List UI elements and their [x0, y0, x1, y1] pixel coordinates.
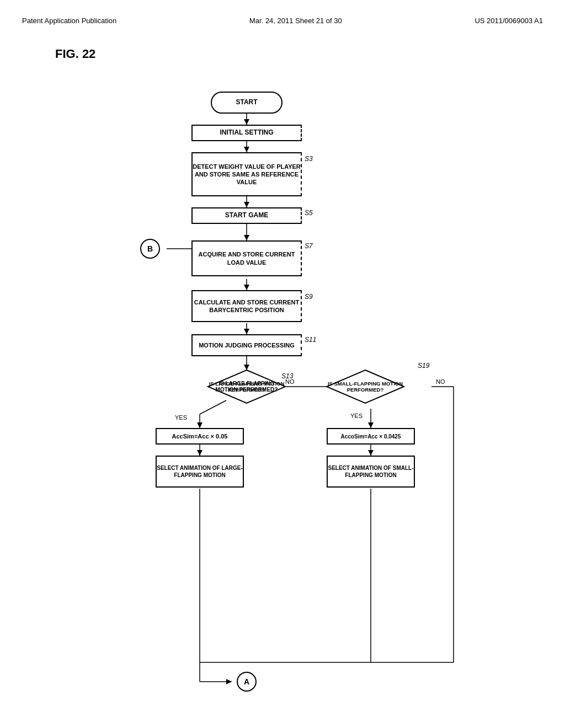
s13-yes-label: YES [175, 414, 187, 421]
svg-marker-11 [244, 329, 249, 334]
s1-node: INITIAL SETTING [191, 125, 302, 141]
s9-label: S9 [305, 293, 313, 301]
svg-marker-23 [226, 679, 232, 684]
s3-label: S3 [305, 155, 313, 163]
svg-marker-9 [244, 285, 249, 290]
flowchart: START S1 INITIAL SETTING S3 DETECT WEIGH… [89, 78, 476, 712]
s5-label: S5 [305, 209, 313, 217]
svg-marker-1 [244, 119, 249, 125]
b-circle: B [140, 239, 160, 259]
page-header: Patent Application Publication Mar. 24, … [22, 11, 543, 36]
svg-marker-13 [244, 365, 249, 370]
s17-node: SELECT ANIMATION OF LARGE-FLAPPING MOTIO… [156, 456, 244, 488]
svg-marker-5 [244, 202, 249, 207]
s11-node: MOTION JUDGING PROCESSING [191, 334, 302, 356]
header-center: Mar. 24, 2011 Sheet 21 of 30 [249, 17, 342, 25]
header-left: Patent Application Publication [22, 17, 116, 25]
page: Patent Application Publication Mar. 24, … [0, 0, 565, 728]
s5-node: START GAME [191, 207, 302, 224]
s9-node: CALCULATE AND STORE CURRENT BARYCENTRIC … [191, 290, 302, 322]
figure-label: FIG. 22 [55, 47, 543, 61]
s19-diamond-label: IS SMALL-FLAPPING MOTION PERFORMED? [327, 370, 404, 403]
svg-marker-27 [368, 450, 374, 456]
s19-yes-label: YES [350, 413, 363, 419]
s13-no-label: NO [285, 378, 295, 385]
svg-marker-3 [244, 147, 249, 152]
start-node: START [211, 92, 282, 114]
flowchart-container: START S1 INITIAL SETTING S3 DETECT WEIGH… [22, 78, 543, 712]
s15-node: AccSim=Acc × 0.05 [156, 428, 244, 445]
svg-marker-16 [197, 422, 202, 428]
svg-marker-20 [197, 450, 202, 456]
s19-no-label: NO [436, 378, 445, 385]
s19-label: S19 [418, 362, 429, 370]
header-right: US 2011/0069003 A1 [475, 17, 543, 25]
s7-label: S7 [305, 242, 313, 250]
s7-node: ACQUIRE AND STORE CURRENT LOAD VALUE [191, 240, 302, 276]
svg-marker-25 [368, 422, 374, 428]
s3-node: DETECT WEIGHT VALUE OF PLAYER AND STORE … [191, 152, 302, 196]
s13-diamond-label2: IS LARGE-FLAPPING MOTION PERFORMED? [208, 370, 285, 403]
s21-node: AccoSim=Acc × 0.0425 [327, 428, 415, 445]
a-circle: A [237, 672, 257, 692]
s23-node: SELECT ANIMATION OF SMALL-FLAPPING MOTIO… [327, 456, 415, 488]
svg-marker-7 [244, 235, 249, 240]
s11-label: S11 [305, 336, 316, 344]
